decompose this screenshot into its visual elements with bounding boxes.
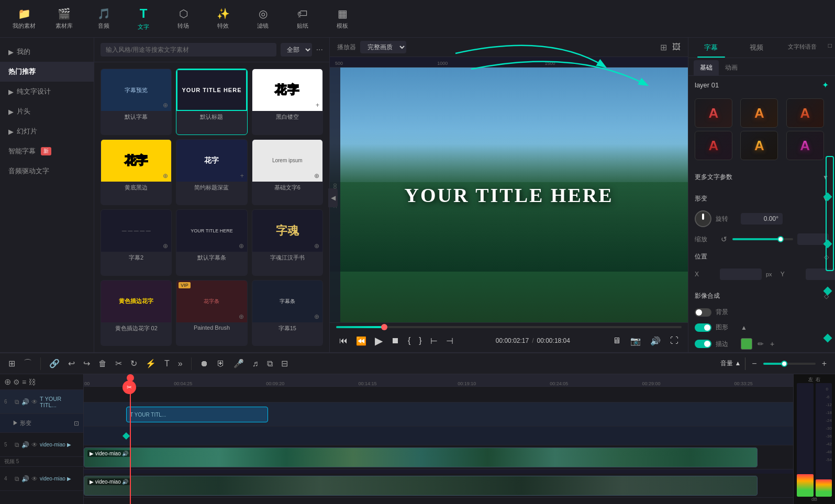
- track4-eye-btn[interactable]: 👁: [31, 475, 38, 483]
- subtab-animation[interactable]: 动画: [719, 60, 744, 75]
- kf-diamond-1[interactable]: [823, 193, 832, 201]
- stop-btn[interactable]: ⏹: [388, 334, 403, 348]
- mark-in-btn[interactable]: {: [405, 334, 414, 348]
- track4-copy-btn[interactable]: ⧉: [15, 475, 19, 483]
- track5-eye-btn[interactable]: 👁: [31, 441, 38, 449]
- text-card-default-title[interactable]: YOUR TITLE HERE 默认标题: [176, 69, 247, 135]
- text-card-blackwhite[interactable]: 花字 + 黑白镂空: [252, 69, 323, 135]
- text-card-zimu15[interactable]: 字幕条 ⊕ 字幕15: [252, 280, 323, 346]
- style-card-3[interactable]: A: [786, 98, 824, 128]
- text-card-basic-text6[interactable]: Lorem ipsum ⊕ 基础文字6: [252, 139, 323, 206]
- tl-more-btn[interactable]: »: [176, 358, 185, 369]
- tl-cut-btn[interactable]: ✂: [113, 357, 124, 369]
- text-card-painted-brush[interactable]: VIP 花字条 ⊕ Painted Brush: [176, 280, 247, 346]
- text-card-yellow-black[interactable]: 花字 ⊕ 黄底黑边: [101, 139, 172, 206]
- text-card-zihun[interactable]: 字魂 ⊕ 字魂江汉手书: [252, 209, 323, 276]
- nav-slideshow[interactable]: ▶ 幻灯片: [0, 121, 94, 141]
- nav-smart-caption[interactable]: 智能字幕 新: [0, 141, 94, 161]
- video-clip-5[interactable]: ▶ video-miao 🔊: [84, 447, 758, 467]
- search-filter[interactable]: 全部: [281, 43, 312, 57]
- tool-text[interactable]: T 文字: [125, 2, 162, 36]
- text-card-simple-title[interactable]: 花字 + 简约标题深蓝: [176, 139, 247, 206]
- tool-transition[interactable]: ⬡ 转场: [164, 2, 202, 36]
- track6-eye-btn[interactable]: 👁: [31, 398, 38, 406]
- ai-icon[interactable]: ✦: [822, 80, 829, 90]
- playhead-head[interactable]: ✂: [127, 374, 134, 382]
- playhead[interactable]: ✂: [130, 387, 131, 504]
- tool-sticker[interactable]: 🏷 贴纸: [284, 2, 321, 36]
- kf-diamond-3[interactable]: [823, 287, 832, 296]
- play-btn[interactable]: ▶: [372, 332, 386, 349]
- quality-selector[interactable]: 完整画质: [360, 41, 406, 53]
- nav-opening[interactable]: ▶ 片头: [0, 102, 94, 121]
- image-view-btn[interactable]: 🖼: [672, 42, 681, 52]
- tab-tts[interactable]: 文字转语音: [780, 38, 825, 58]
- keyframe-diamond[interactable]: [123, 432, 130, 439]
- rotate-dial[interactable]: [695, 210, 711, 227]
- text-card-caption-strip[interactable]: YOUR TITLE HERE ⊕ 默认字幕条: [176, 209, 247, 276]
- more-button[interactable]: ···: [316, 45, 323, 54]
- more-tab-btn[interactable]: □: [825, 38, 835, 58]
- screenshot-btn[interactable]: 📷: [627, 334, 644, 348]
- tl-music-btn[interactable]: ♬: [250, 358, 261, 369]
- track5-vol-btn[interactable]: 🔊: [21, 441, 29, 449]
- tl-delete-btn[interactable]: 🗑: [96, 358, 109, 369]
- nav-audio-text[interactable]: 音频驱动文字: [0, 161, 94, 181]
- stroke-edit-btn[interactable]: ✏: [756, 339, 765, 349]
- tl-plus-btn[interactable]: +: [820, 358, 829, 369]
- scale-reset-btn[interactable]: ↺: [720, 234, 728, 244]
- style-card-6[interactable]: A: [786, 131, 824, 160]
- track6-vol-btn[interactable]: 🔊: [21, 398, 29, 406]
- tool-effects[interactable]: ✨ 特效: [204, 2, 242, 36]
- monitor-btn[interactable]: 🖥: [609, 334, 624, 348]
- scale-slider[interactable]: [732, 238, 793, 240]
- rotate-input[interactable]: 0.00°: [741, 213, 783, 225]
- shape-toggle[interactable]: [695, 323, 711, 332]
- tl-snap-btn[interactable]: ⊞: [6, 357, 17, 369]
- nav-hot[interactable]: 热门推荐: [0, 62, 94, 82]
- track4-vol-btn[interactable]: 🔊: [21, 475, 29, 483]
- subtab-basic[interactable]: 基础: [694, 60, 719, 75]
- tl-shield-btn[interactable]: ⛨: [215, 358, 227, 369]
- text-card-caption2[interactable]: — — — — — ⊕ 字幕2: [101, 209, 172, 276]
- tl-record-btn[interactable]: ⏺: [198, 358, 210, 369]
- bg-toggle[interactable]: [695, 308, 711, 317]
- track6-copy-btn[interactable]: ⧉: [15, 398, 19, 406]
- tool-template[interactable]: ▦ 模板: [324, 2, 361, 36]
- insert-btn[interactable]: ⊢: [427, 334, 441, 348]
- tl-loop-btn[interactable]: ↻: [128, 357, 139, 369]
- mark-out-btn[interactable]: }: [416, 334, 425, 348]
- tool-my-assets[interactable]: 📁 我的素材: [5, 2, 43, 36]
- zoom-slider[interactable]: [763, 363, 816, 365]
- add-track-btn[interactable]: ⊕: [4, 377, 11, 387]
- track6b-btn[interactable]: ⊡: [74, 420, 79, 427]
- stroke-add-btn[interactable]: +: [769, 339, 775, 349]
- tl-mic-btn[interactable]: 🎤: [231, 357, 246, 369]
- pos-x-input[interactable]: 0.00: [720, 268, 762, 280]
- prev-frame-btn[interactable]: ⏮: [336, 334, 351, 348]
- video-clip-4[interactable]: ▶ video-miao 🔊: [84, 476, 758, 496]
- track-settings-btn[interactable]: ⚙: [13, 378, 20, 386]
- progress-bar[interactable]: [336, 326, 682, 328]
- style-card-1[interactable]: A: [695, 98, 732, 128]
- fullscreen-btn[interactable]: ⛶: [667, 334, 682, 348]
- collapse-center-btn[interactable]: ◀: [328, 188, 338, 207]
- nav-my[interactable]: ▶ 我的: [0, 42, 94, 62]
- tool-media-lib[interactable]: 🎬 素材库: [45, 2, 83, 36]
- tab-video[interactable]: 视频: [734, 38, 780, 58]
- track-link-btn[interactable]: ⛓: [28, 378, 36, 386]
- style-card-4[interactable]: A: [695, 131, 732, 160]
- grid-view-btn[interactable]: ⊞: [660, 42, 667, 52]
- tl-subtitle-btn[interactable]: ⊟: [279, 357, 290, 369]
- style-card-2[interactable]: A: [740, 98, 778, 128]
- tl-split-btn[interactable]: ⚡: [143, 357, 158, 369]
- kf-diamond-4[interactable]: [823, 334, 832, 343]
- text-card-default-caption[interactable]: 字幕预览 ⊕ 默认字幕: [101, 69, 172, 135]
- tool-filter[interactable]: ◎ 滤镜: [244, 2, 282, 36]
- nav-pure-text[interactable]: ▶ 纯文字设计: [0, 82, 94, 102]
- tl-minus-btn[interactable]: −: [750, 358, 759, 369]
- volume-btn[interactable]: 🔊: [647, 334, 664, 348]
- tool-audio[interactable]: 🎵 音频: [85, 2, 123, 36]
- stroke-color-swatch[interactable]: [741, 338, 752, 350]
- kf-diamond-2[interactable]: [823, 240, 832, 249]
